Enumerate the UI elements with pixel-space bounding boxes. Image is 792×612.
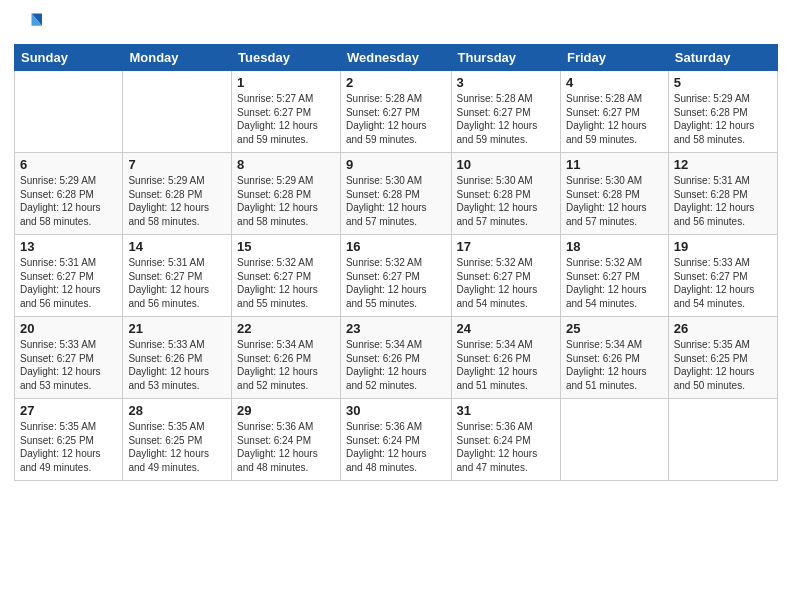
day-info: Sunrise: 5:33 AM Sunset: 6:26 PM Dayligh… <box>128 338 226 392</box>
day-info: Sunrise: 5:32 AM Sunset: 6:27 PM Dayligh… <box>566 256 663 310</box>
day-number: 25 <box>566 321 663 336</box>
calendar-cell <box>668 399 777 481</box>
calendar: SundayMondayTuesdayWednesdayThursdayFrid… <box>14 44 778 481</box>
calendar-cell: 4Sunrise: 5:28 AM Sunset: 6:27 PM Daylig… <box>560 71 668 153</box>
day-info: Sunrise: 5:35 AM Sunset: 6:25 PM Dayligh… <box>128 420 226 474</box>
day-info: Sunrise: 5:33 AM Sunset: 6:27 PM Dayligh… <box>674 256 772 310</box>
day-info: Sunrise: 5:30 AM Sunset: 6:28 PM Dayligh… <box>457 174 555 228</box>
weekday-header-friday: Friday <box>560 45 668 71</box>
day-number: 16 <box>346 239 446 254</box>
calendar-cell: 22Sunrise: 5:34 AM Sunset: 6:26 PM Dayli… <box>232 317 341 399</box>
day-number: 7 <box>128 157 226 172</box>
calendar-cell: 20Sunrise: 5:33 AM Sunset: 6:27 PM Dayli… <box>15 317 123 399</box>
day-number: 19 <box>674 239 772 254</box>
day-info: Sunrise: 5:36 AM Sunset: 6:24 PM Dayligh… <box>457 420 555 474</box>
calendar-week-row: 13Sunrise: 5:31 AM Sunset: 6:27 PM Dayli… <box>15 235 778 317</box>
day-number: 15 <box>237 239 335 254</box>
calendar-cell: 27Sunrise: 5:35 AM Sunset: 6:25 PM Dayli… <box>15 399 123 481</box>
day-number: 17 <box>457 239 555 254</box>
calendar-cell: 16Sunrise: 5:32 AM Sunset: 6:27 PM Dayli… <box>340 235 451 317</box>
calendar-cell: 8Sunrise: 5:29 AM Sunset: 6:28 PM Daylig… <box>232 153 341 235</box>
calendar-cell: 21Sunrise: 5:33 AM Sunset: 6:26 PM Dayli… <box>123 317 232 399</box>
day-number: 1 <box>237 75 335 90</box>
day-number: 12 <box>674 157 772 172</box>
calendar-cell: 18Sunrise: 5:32 AM Sunset: 6:27 PM Dayli… <box>560 235 668 317</box>
day-number: 14 <box>128 239 226 254</box>
day-info: Sunrise: 5:32 AM Sunset: 6:27 PM Dayligh… <box>457 256 555 310</box>
calendar-cell: 25Sunrise: 5:34 AM Sunset: 6:26 PM Dayli… <box>560 317 668 399</box>
calendar-cell: 29Sunrise: 5:36 AM Sunset: 6:24 PM Dayli… <box>232 399 341 481</box>
day-number: 11 <box>566 157 663 172</box>
calendar-cell: 14Sunrise: 5:31 AM Sunset: 6:27 PM Dayli… <box>123 235 232 317</box>
day-info: Sunrise: 5:35 AM Sunset: 6:25 PM Dayligh… <box>674 338 772 392</box>
day-info: Sunrise: 5:34 AM Sunset: 6:26 PM Dayligh… <box>566 338 663 392</box>
calendar-cell: 12Sunrise: 5:31 AM Sunset: 6:28 PM Dayli… <box>668 153 777 235</box>
day-number: 22 <box>237 321 335 336</box>
day-info: Sunrise: 5:36 AM Sunset: 6:24 PM Dayligh… <box>346 420 446 474</box>
day-number: 29 <box>237 403 335 418</box>
day-info: Sunrise: 5:28 AM Sunset: 6:27 PM Dayligh… <box>566 92 663 146</box>
weekday-header-monday: Monday <box>123 45 232 71</box>
weekday-header-sunday: Sunday <box>15 45 123 71</box>
calendar-cell: 10Sunrise: 5:30 AM Sunset: 6:28 PM Dayli… <box>451 153 560 235</box>
calendar-cell <box>123 71 232 153</box>
day-info: Sunrise: 5:29 AM Sunset: 6:28 PM Dayligh… <box>128 174 226 228</box>
page: SundayMondayTuesdayWednesdayThursdayFrid… <box>0 0 792 612</box>
day-number: 2 <box>346 75 446 90</box>
weekday-header-row: SundayMondayTuesdayWednesdayThursdayFrid… <box>15 45 778 71</box>
day-number: 4 <box>566 75 663 90</box>
day-number: 5 <box>674 75 772 90</box>
day-info: Sunrise: 5:33 AM Sunset: 6:27 PM Dayligh… <box>20 338 117 392</box>
day-info: Sunrise: 5:31 AM Sunset: 6:28 PM Dayligh… <box>674 174 772 228</box>
day-info: Sunrise: 5:31 AM Sunset: 6:27 PM Dayligh… <box>128 256 226 310</box>
day-info: Sunrise: 5:34 AM Sunset: 6:26 PM Dayligh… <box>346 338 446 392</box>
calendar-week-row: 20Sunrise: 5:33 AM Sunset: 6:27 PM Dayli… <box>15 317 778 399</box>
day-number: 21 <box>128 321 226 336</box>
day-number: 20 <box>20 321 117 336</box>
weekday-header-wednesday: Wednesday <box>340 45 451 71</box>
header <box>14 10 778 38</box>
day-info: Sunrise: 5:30 AM Sunset: 6:28 PM Dayligh… <box>566 174 663 228</box>
day-info: Sunrise: 5:28 AM Sunset: 6:27 PM Dayligh… <box>457 92 555 146</box>
calendar-week-row: 6Sunrise: 5:29 AM Sunset: 6:28 PM Daylig… <box>15 153 778 235</box>
calendar-cell: 30Sunrise: 5:36 AM Sunset: 6:24 PM Dayli… <box>340 399 451 481</box>
weekday-header-tuesday: Tuesday <box>232 45 341 71</box>
day-info: Sunrise: 5:29 AM Sunset: 6:28 PM Dayligh… <box>674 92 772 146</box>
day-number: 28 <box>128 403 226 418</box>
calendar-cell <box>560 399 668 481</box>
calendar-week-row: 27Sunrise: 5:35 AM Sunset: 6:25 PM Dayli… <box>15 399 778 481</box>
calendar-cell: 5Sunrise: 5:29 AM Sunset: 6:28 PM Daylig… <box>668 71 777 153</box>
weekday-header-saturday: Saturday <box>668 45 777 71</box>
day-number: 6 <box>20 157 117 172</box>
day-info: Sunrise: 5:32 AM Sunset: 6:27 PM Dayligh… <box>237 256 335 310</box>
calendar-cell: 3Sunrise: 5:28 AM Sunset: 6:27 PM Daylig… <box>451 71 560 153</box>
day-info: Sunrise: 5:36 AM Sunset: 6:24 PM Dayligh… <box>237 420 335 474</box>
calendar-cell: 6Sunrise: 5:29 AM Sunset: 6:28 PM Daylig… <box>15 153 123 235</box>
calendar-cell: 19Sunrise: 5:33 AM Sunset: 6:27 PM Dayli… <box>668 235 777 317</box>
day-info: Sunrise: 5:31 AM Sunset: 6:27 PM Dayligh… <box>20 256 117 310</box>
day-number: 13 <box>20 239 117 254</box>
day-number: 10 <box>457 157 555 172</box>
calendar-cell: 26Sunrise: 5:35 AM Sunset: 6:25 PM Dayli… <box>668 317 777 399</box>
calendar-cell: 2Sunrise: 5:28 AM Sunset: 6:27 PM Daylig… <box>340 71 451 153</box>
calendar-cell: 13Sunrise: 5:31 AM Sunset: 6:27 PM Dayli… <box>15 235 123 317</box>
day-info: Sunrise: 5:35 AM Sunset: 6:25 PM Dayligh… <box>20 420 117 474</box>
calendar-cell: 9Sunrise: 5:30 AM Sunset: 6:28 PM Daylig… <box>340 153 451 235</box>
calendar-cell: 31Sunrise: 5:36 AM Sunset: 6:24 PM Dayli… <box>451 399 560 481</box>
calendar-cell: 7Sunrise: 5:29 AM Sunset: 6:28 PM Daylig… <box>123 153 232 235</box>
day-number: 24 <box>457 321 555 336</box>
day-info: Sunrise: 5:27 AM Sunset: 6:27 PM Dayligh… <box>237 92 335 146</box>
day-number: 26 <box>674 321 772 336</box>
day-number: 31 <box>457 403 555 418</box>
calendar-cell: 23Sunrise: 5:34 AM Sunset: 6:26 PM Dayli… <box>340 317 451 399</box>
day-info: Sunrise: 5:34 AM Sunset: 6:26 PM Dayligh… <box>457 338 555 392</box>
calendar-cell: 28Sunrise: 5:35 AM Sunset: 6:25 PM Dayli… <box>123 399 232 481</box>
day-info: Sunrise: 5:32 AM Sunset: 6:27 PM Dayligh… <box>346 256 446 310</box>
logo <box>14 10 46 38</box>
weekday-header-thursday: Thursday <box>451 45 560 71</box>
calendar-cell <box>15 71 123 153</box>
day-number: 18 <box>566 239 663 254</box>
calendar-cell: 1Sunrise: 5:27 AM Sunset: 6:27 PM Daylig… <box>232 71 341 153</box>
calendar-week-row: 1Sunrise: 5:27 AM Sunset: 6:27 PM Daylig… <box>15 71 778 153</box>
calendar-cell: 15Sunrise: 5:32 AM Sunset: 6:27 PM Dayli… <box>232 235 341 317</box>
